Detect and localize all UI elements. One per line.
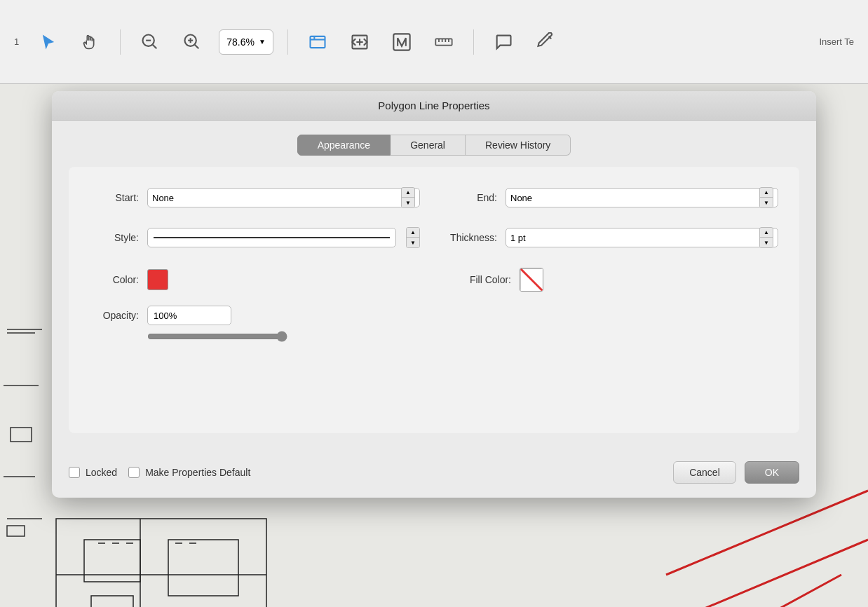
svg-line-2 bbox=[152, 43, 156, 48]
end-stepper[interactable]: ▲ ▼ bbox=[759, 187, 773, 208]
thickness-stepper[interactable]: ▲ ▼ bbox=[759, 227, 773, 248]
end-value: None bbox=[510, 193, 758, 203]
thickness-value: 1 pt bbox=[510, 233, 758, 243]
thickness-select[interactable]: 1 pt ▲ ▼ bbox=[506, 228, 778, 247]
color-label: Color: bbox=[90, 274, 139, 285]
separator-1 bbox=[120, 29, 121, 55]
color-swatch[interactable] bbox=[147, 269, 168, 290]
zoom-select[interactable]: 78.6% ▼ bbox=[219, 29, 273, 55]
opacity-input[interactable] bbox=[147, 306, 231, 325]
end-select[interactable]: None ▲ ▼ bbox=[506, 188, 778, 207]
end-row: End: None ▲ ▼ bbox=[448, 188, 778, 207]
fill-color-label: Fill Color: bbox=[448, 274, 511, 285]
insert-text-label: Insert Te bbox=[819, 36, 854, 47]
end-down-arrow[interactable]: ▼ bbox=[760, 198, 773, 207]
tab-review-history[interactable]: Review History bbox=[466, 135, 571, 156]
page-number-label: 1 bbox=[14, 36, 19, 47]
opacity-section: Opacity: bbox=[90, 306, 778, 342]
thickness-label: Thickness: bbox=[448, 232, 497, 243]
style-select[interactable] bbox=[147, 228, 396, 247]
fit-page-tool[interactable] bbox=[302, 27, 333, 57]
make-default-group: Make Properties Default bbox=[128, 467, 250, 478]
make-default-label: Make Properties Default bbox=[145, 467, 250, 478]
separator-2 bbox=[287, 29, 288, 55]
fill-color-swatch[interactable] bbox=[520, 268, 543, 292]
end-label: End: bbox=[448, 192, 497, 203]
tab-bar: Appearance General Review History bbox=[69, 135, 799, 156]
make-default-checkbox[interactable] bbox=[128, 467, 140, 478]
measure-tool[interactable] bbox=[428, 27, 459, 57]
end-up-arrow[interactable]: ▲ bbox=[760, 188, 773, 198]
thickness-down-arrow[interactable]: ▼ bbox=[760, 238, 773, 247]
dialog-body: Appearance General Review History Start:… bbox=[52, 121, 816, 450]
style-up-arrow[interactable]: ▲ bbox=[407, 228, 419, 238]
svg-rect-7 bbox=[310, 36, 325, 47]
color-row: Color: bbox=[90, 268, 420, 292]
dialog-footer: Locked Make Properties Default Cancel OK bbox=[52, 450, 816, 498]
svg-rect-14 bbox=[435, 39, 452, 45]
thickness-row: Thickness: 1 pt ▲ ▼ bbox=[448, 227, 778, 248]
content-panel: Start: None ▲ ▼ End: None bbox=[69, 167, 799, 433]
form-grid: Start: None ▲ ▼ End: None bbox=[90, 188, 778, 292]
fit-width-tool[interactable] bbox=[344, 27, 375, 57]
zoom-value: 78.6% bbox=[226, 36, 255, 48]
svg-line-6 bbox=[194, 43, 198, 48]
thickness-up-arrow[interactable]: ▲ bbox=[760, 228, 773, 238]
footer-buttons: Cancel OK bbox=[673, 461, 799, 484]
separator-3 bbox=[473, 29, 474, 55]
cancel-button[interactable]: Cancel bbox=[673, 461, 736, 484]
style-stepper[interactable]: ▲ ▼ bbox=[406, 227, 420, 248]
locked-label: Locked bbox=[86, 467, 117, 478]
slider-row bbox=[90, 331, 778, 342]
zoom-in-button[interactable] bbox=[177, 27, 208, 57]
start-stepper[interactable]: ▲ ▼ bbox=[401, 187, 415, 208]
actual-size-tool[interactable] bbox=[386, 27, 417, 57]
polygon-line-properties-dialog: Polygon Line Properties Appearance Gener… bbox=[52, 91, 816, 498]
dialog-overlay: Polygon Line Properties Appearance Gener… bbox=[0, 84, 868, 607]
ok-button[interactable]: OK bbox=[745, 461, 799, 484]
locked-group: Locked bbox=[69, 467, 117, 478]
zoom-out-button[interactable] bbox=[135, 27, 165, 57]
opacity-row: Opacity: bbox=[90, 306, 778, 325]
style-row: Style: ▲ ▼ bbox=[90, 227, 420, 248]
fill-color-row: Fill Color: bbox=[448, 268, 778, 292]
markup-tool[interactable] bbox=[530, 27, 561, 57]
style-line-preview bbox=[154, 237, 390, 238]
start-value: None bbox=[152, 193, 400, 203]
locked-checkbox[interactable] bbox=[69, 467, 80, 478]
toolbar: 1 78.6% ▼ bbox=[0, 0, 868, 84]
style-label: Style: bbox=[90, 232, 139, 243]
dialog-title: Polygon Line Properties bbox=[52, 91, 816, 121]
zoom-dropdown-icon: ▼ bbox=[259, 38, 266, 46]
start-up-arrow[interactable]: ▲ bbox=[402, 188, 414, 198]
hand-tool[interactable] bbox=[75, 27, 106, 57]
tab-appearance[interactable]: Appearance bbox=[297, 135, 391, 156]
comment-tool[interactable] bbox=[488, 27, 519, 57]
style-down-arrow[interactable]: ▼ bbox=[407, 238, 419, 247]
start-row: Start: None ▲ ▼ bbox=[90, 188, 420, 207]
toolbar-right: Insert Te bbox=[819, 36, 854, 47]
opacity-slider[interactable] bbox=[147, 331, 287, 342]
select-tool[interactable] bbox=[33, 27, 64, 57]
start-select[interactable]: None ▲ ▼ bbox=[147, 188, 420, 207]
opacity-label: Opacity: bbox=[90, 310, 139, 321]
tab-general[interactable]: General bbox=[391, 135, 466, 156]
start-label: Start: bbox=[90, 192, 139, 203]
start-down-arrow[interactable]: ▼ bbox=[402, 198, 414, 207]
